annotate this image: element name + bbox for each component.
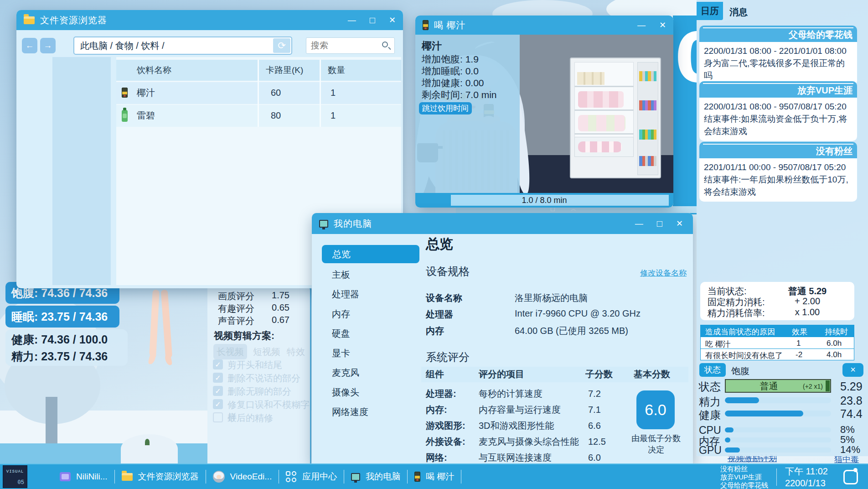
status-close-button[interactable]: ×	[842, 363, 863, 377]
taskbar-item-drink[interactable]: 喝 椰汁	[408, 471, 461, 483]
event-notification-stack[interactable]: 没有粉丝 放弃VUP生涯 父母给的零花钱	[720, 465, 768, 489]
event-desc: 结束事件:一年后如果粉丝数低于10万,将会结束游戏	[704, 173, 852, 198]
menu-item-memory[interactable]: 内存	[332, 307, 350, 321]
menu-item-motherboard[interactable]: 主板	[332, 268, 350, 281]
close-button[interactable]	[659, 21, 666, 29]
menu-item-overview[interactable]: 总览	[322, 245, 419, 263]
skip-drink-label: 跳过饮用时间	[422, 104, 469, 113]
coconut-can-icon	[122, 88, 128, 98]
skip-drink-button[interactable]: 跳过饮用时间	[419, 102, 472, 114]
quality-score-value: 1.75	[262, 290, 289, 301]
checkbox-final-polish[interactable]	[213, 412, 223, 422]
spec-label: 设备名称	[426, 292, 462, 304]
reason-effect: -2	[796, 350, 802, 359]
event-desc: 身为富二代,零花钱很多不是很正常的吗	[704, 57, 852, 82]
option-label: 剪开头和结尾	[227, 359, 282, 371]
state-bar-text: 普通	[726, 380, 812, 392]
drink-stat-line: 增加健康: 0.00	[422, 77, 484, 89]
rating-score: 6.6	[588, 419, 601, 432]
event-title: 父母给的零花钱	[789, 29, 852, 41]
menu-item-cpu[interactable]: 处理器	[332, 287, 359, 301]
my-computer-window: 我的电脑 总览 主板 处理器 内存 硬盘 显卡 麦克风 摄像头 网络速度 总览 …	[312, 213, 693, 463]
gpu-bar-fill	[725, 447, 740, 453]
check-icon: ✓	[215, 387, 221, 395]
event-card[interactable]: 没有粉丝 2201/01/11 00:00 - 9507/08/17 05:20…	[699, 142, 857, 202]
forward-button[interactable]: →	[40, 38, 56, 53]
memory-bar-fill	[725, 437, 730, 442]
menu-item-mic[interactable]: 麦克风	[332, 366, 359, 380]
drink-item-name: 椰汁	[422, 39, 442, 53]
reason-col-cause: 造成当前状态的原因	[705, 327, 775, 337]
search-input[interactable]	[306, 38, 379, 53]
drink-name: 椰汁	[137, 82, 155, 103]
tv-icon	[60, 472, 71, 481]
state-bar-value: 5.29	[840, 380, 863, 393]
refresh-button[interactable]: ⟳	[273, 38, 290, 53]
rename-device-link[interactable]: 修改设备名称	[640, 268, 687, 278]
menu-label: 总览	[322, 245, 419, 263]
screenshot-icon[interactable]	[843, 470, 858, 484]
sleep-pill: 睡眠: 23.75 / 74.36	[5, 306, 119, 328]
search-box[interactable]	[306, 37, 395, 54]
menu-item-gpu[interactable]: 显卡	[332, 346, 350, 360]
drink-title: 喝 椰汁	[434, 19, 466, 31]
apps-grid-icon	[286, 471, 297, 482]
rating-table-header: 组件 评分的项目 子分数 基本分数	[421, 367, 688, 382]
maximize-button[interactable]	[370, 16, 375, 25]
tab-short-video-label: 短视频	[253, 347, 280, 357]
checkbox-fix-mistakes[interactable]: ✓	[213, 399, 223, 409]
tab-short-video[interactable]: 短视频	[251, 344, 283, 359]
event-card[interactable]: 放弃VUP生涯 2200/01/31 08:00 - 9507/08/17 05…	[699, 81, 857, 141]
back-button[interactable]: ←	[22, 38, 37, 53]
file-explorer-titlebar[interactable]: 文件资源浏览器	[16, 10, 403, 30]
foot	[148, 353, 156, 365]
option-label: 删除无聊的部分	[227, 385, 291, 398]
cpu-bar-fill	[725, 427, 734, 432]
drink-progress-strip: 1.0 / 8.0 min	[415, 193, 673, 208]
checkbox-trim[interactable]: ✓	[213, 359, 223, 369]
address-bar[interactable]: 此电脑 / 食物 / 饮料 / ⟳	[73, 36, 292, 55]
rating-item: 3D和游戏图形性能	[479, 419, 554, 432]
drink-titlebar[interactable]: 喝 椰汁	[415, 16, 673, 35]
taskbar-item-appcenter[interactable]: 应用中心	[279, 471, 344, 483]
minimize-button[interactable]	[637, 21, 646, 29]
video-editor-panel: 画质评分 1.75 有趣评分 0.65 声音评分 0.67 视频剪辑方案: 长视…	[207, 285, 311, 463]
tab-long-video[interactable]: 长视频	[213, 344, 247, 359]
close-button[interactable]	[676, 219, 683, 228]
notification-line: 放弃VUP生涯	[720, 473, 768, 481]
event-card[interactable]: 父母给的零花钱 2200/01/31 08:00 - 2201/01/01 08…	[699, 26, 857, 85]
clock[interactable]: 下午 11:02 2200/1/13	[785, 465, 828, 489]
minimize-button[interactable]	[348, 16, 356, 24]
taskbar-item-nilinili[interactable]: NiliNili...	[53, 472, 114, 482]
drink-name: 雷碧	[137, 105, 155, 126]
event-title: 放弃VUP生涯	[797, 84, 852, 97]
minimize-button[interactable]	[635, 219, 643, 228]
tab-messages[interactable]: 消息	[729, 6, 748, 18]
menu-item-disk[interactable]: 硬盘	[332, 327, 350, 340]
folder-icon	[122, 473, 133, 481]
start-logo[interactable]: VISUAL 05	[3, 465, 27, 488]
tab-effects[interactable]: 特效	[284, 344, 308, 359]
taskbar-item-mycomputer[interactable]: 我的电脑	[344, 471, 407, 483]
spec-value: 64.00 GB (已使用 3265 MB)	[515, 325, 628, 337]
checkbox-remove-boring[interactable]: ✓	[213, 386, 223, 396]
taskbar-item-videoeditor[interactable]: VideoEdi...	[206, 471, 279, 483]
checkbox-remove-silence[interactable]: ✓	[213, 373, 223, 383]
tab-calendar[interactable]: 日历	[697, 2, 723, 20]
maximize-button[interactable]	[657, 219, 662, 228]
base-score-badge: 6.0	[636, 390, 675, 429]
event-time: 2200/01/31 08:00 - 9507/08/17 05:20	[704, 100, 852, 113]
status-tag: 状态	[699, 363, 726, 377]
sleep-value: 睡眠: 23.75 / 74.36	[5, 306, 119, 328]
menu-item-network[interactable]: 网络速度	[332, 405, 368, 419]
status-tooltip: 当前状态: 普通 5.29 固定精力消耗: + 2.00 精力消耗倍率: x 1…	[700, 282, 854, 320]
address-path: 此电脑 / 食物 / 饮料 /	[74, 37, 291, 54]
energy-bar-value: 23.8	[840, 394, 863, 407]
check-icon: ✓	[215, 374, 221, 382]
tab-calendar-label: 日历	[701, 6, 719, 16]
explorer-sidebar[interactable]	[52, 57, 111, 285]
taskbar-item-explorer[interactable]: 文件资源浏览器	[115, 471, 206, 483]
close-button[interactable]	[389, 16, 396, 24]
rating-col-subscore: 子分数	[585, 368, 613, 380]
menu-item-camera[interactable]: 摄像头	[332, 385, 359, 399]
